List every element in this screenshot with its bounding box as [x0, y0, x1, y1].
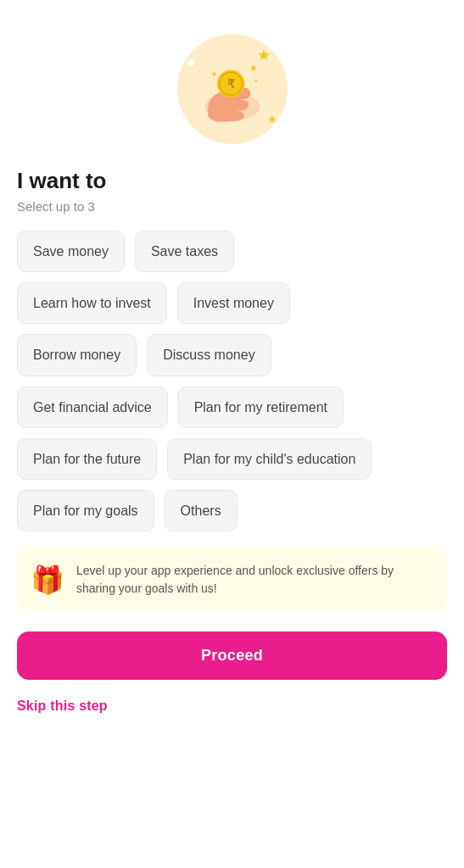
proceed-button[interactable]: Proceed: [17, 632, 447, 680]
svg-text:★: ★: [254, 77, 258, 83]
option-chip-invest-money[interactable]: Invest money: [177, 282, 290, 324]
main-content: I want to Select up to 3 Save moneySave …: [17, 168, 447, 717]
option-chip-borrow-money[interactable]: Borrow money: [17, 334, 137, 376]
options-row: Learn how to investInvest money: [17, 282, 447, 324]
option-chip-learn-invest[interactable]: Learn how to invest: [17, 282, 167, 324]
hero-illustration: ★ ★ ₹ ★ ★ ★: [177, 34, 288, 144]
options-row: Plan for the futurePlan for my child's e…: [17, 438, 447, 480]
option-chip-plan-retirement[interactable]: Plan for my retirement: [178, 387, 344, 428]
info-banner: 🎁 Level up your app experience and unloc…: [17, 548, 447, 611]
options-grid: Save moneySave taxesLearn how to investI…: [17, 231, 447, 531]
star-icon-small: ★: [267, 113, 277, 125]
option-chip-plan-goals[interactable]: Plan for my goals: [17, 490, 154, 531]
option-chip-save-money[interactable]: Save money: [17, 231, 125, 272]
skip-button[interactable]: Skip this step: [17, 695, 108, 717]
option-chip-save-taxes[interactable]: Save taxes: [135, 231, 234, 272]
option-chip-plan-future[interactable]: Plan for the future: [17, 438, 157, 480]
option-chip-plan-education[interactable]: Plan for my child's education: [167, 438, 372, 480]
options-row: Borrow moneyDiscuss money: [17, 334, 447, 376]
svg-text:₹: ₹: [226, 77, 234, 91]
svg-text:★: ★: [249, 63, 257, 73]
option-chip-financial-advice[interactable]: Get financial advice: [17, 387, 168, 428]
options-row: Plan for my goalsOthers: [17, 490, 447, 531]
select-hint: Select up to 3: [17, 199, 447, 214]
options-row: Save moneySave taxes: [17, 231, 447, 272]
page-title: I want to: [17, 168, 447, 194]
gift-icon: 🎁: [31, 564, 64, 596]
dot-icon: [187, 59, 194, 66]
svg-text:★: ★: [210, 70, 216, 78]
option-chip-discuss-money[interactable]: Discuss money: [147, 334, 271, 376]
options-row: Get financial advicePlan for my retireme…: [17, 387, 447, 428]
option-chip-others[interactable]: Others: [165, 490, 238, 531]
banner-text: Level up your app experience and unlock …: [76, 562, 433, 598]
star-icon: ★: [257, 46, 271, 64]
